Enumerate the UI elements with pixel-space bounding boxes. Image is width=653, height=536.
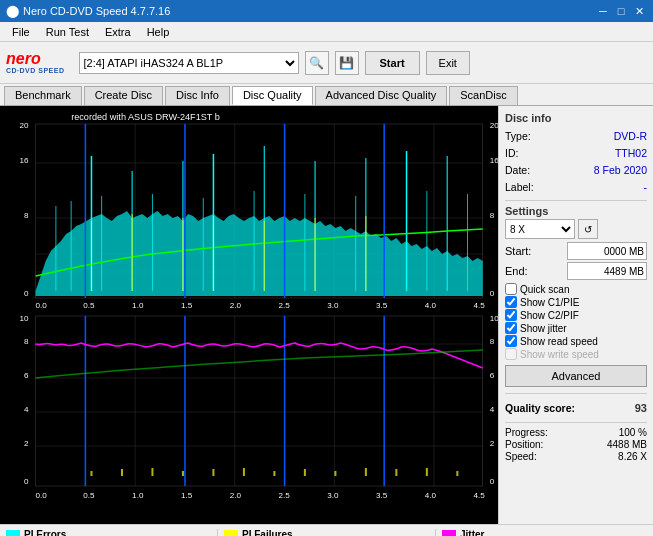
start-field[interactable]: [567, 242, 647, 260]
svg-text:2.0: 2.0: [230, 301, 242, 310]
exit-button[interactable]: Exit: [426, 51, 470, 75]
svg-text:16: 16: [490, 156, 498, 165]
save-button[interactable]: 💾: [335, 51, 359, 75]
svg-text:2: 2: [490, 439, 495, 448]
svg-text:6: 6: [490, 371, 495, 380]
show-c2pif-checkbox[interactable]: [505, 309, 517, 321]
pi-errors-legend: PI Errors: [6, 529, 201, 536]
show-c1pie-checkbox[interactable]: [505, 296, 517, 308]
show-write-speed-label: Show write speed: [520, 349, 599, 360]
end-field-row: End:: [505, 262, 647, 280]
svg-text:20: 20: [19, 121, 29, 130]
end-field[interactable]: [567, 262, 647, 280]
svg-text:0.0: 0.0: [36, 491, 48, 500]
disc-id-row: ID: TTH02: [505, 147, 647, 159]
progress-row: Progress: 100 %: [505, 427, 647, 438]
pi-errors-group: PI Errors Average: 1.50 Maximum: 13 Tota…: [6, 529, 211, 536]
title-bar: ⬤ Nero CD-DVD Speed 4.7.7.16 ─ □ ✕: [0, 0, 653, 22]
app-icon: ⬤: [6, 4, 19, 18]
show-jitter-checkbox[interactable]: [505, 322, 517, 334]
progress-section: Progress: 100 % Position: 4488 MB Speed:…: [505, 422, 647, 463]
show-c1pie-label: Show C1/PIE: [520, 297, 579, 308]
tab-scandisc[interactable]: ScanDisc: [449, 86, 517, 105]
stat-divider-2: [435, 529, 436, 536]
svg-text:2.0: 2.0: [230, 491, 242, 500]
drive-info-button[interactable]: 🔍: [305, 51, 329, 75]
disc-label-label: Label:: [505, 181, 534, 193]
speed-value: 8.26 X: [618, 451, 647, 462]
svg-text:2.5: 2.5: [278, 301, 290, 310]
menu-file[interactable]: File: [4, 24, 38, 40]
show-write-speed-row: Show write speed: [505, 348, 647, 360]
tab-create-disc[interactable]: Create Disc: [84, 86, 163, 105]
svg-text:3.0: 3.0: [327, 301, 339, 310]
advanced-button[interactable]: Advanced: [505, 365, 647, 387]
minimize-button[interactable]: ─: [595, 3, 611, 19]
quality-score-value: 93: [635, 402, 647, 414]
menu-help[interactable]: Help: [139, 24, 178, 40]
tab-benchmark[interactable]: Benchmark: [4, 86, 82, 105]
pi-failures-group: PI Failures Average: 0.00 Maximum: 3 Tot…: [224, 529, 429, 536]
svg-text:10: 10: [490, 314, 498, 323]
nero-logo: nero CD·DVD SPEED: [6, 51, 65, 74]
show-read-speed-checkbox[interactable]: [505, 335, 517, 347]
start-button[interactable]: Start: [365, 51, 420, 75]
svg-text:3.5: 3.5: [376, 301, 388, 310]
svg-text:recorded with ASUS    DRW-24F1: recorded with ASUS DRW-24F1ST b: [71, 112, 220, 122]
pi-failures-legend-label: PI Failures: [242, 529, 293, 536]
position-row: Position: 4488 MB: [505, 439, 647, 450]
maximize-button[interactable]: □: [613, 3, 629, 19]
show-c2pif-row: Show C2/PIF: [505, 309, 647, 321]
nero-brand: nero: [6, 51, 41, 67]
svg-text:10: 10: [19, 314, 29, 323]
speed-select[interactable]: 8 X4 X2 X1 XMaximum: [505, 219, 575, 239]
show-jitter-row: Show jitter: [505, 322, 647, 334]
show-read-speed-label: Show read speed: [520, 336, 598, 347]
menu-extra[interactable]: Extra: [97, 24, 139, 40]
chart-svg: recorded with ASUS DRW-24F1ST b 20 16 8 …: [0, 106, 498, 524]
menu-bar: File Run Test Extra Help: [0, 22, 653, 42]
svg-text:4: 4: [490, 405, 495, 414]
drive-select[interactable]: [2:4] ATAPI iHAS324 A BL1P: [79, 52, 299, 74]
disc-label-row: Label: -: [505, 181, 647, 193]
show-c1pie-row: Show C1/PIE: [505, 296, 647, 308]
svg-text:4: 4: [24, 405, 29, 414]
disc-type-value: DVD-R: [614, 130, 647, 142]
quick-scan-checkbox[interactable]: [505, 283, 517, 295]
svg-text:4.0: 4.0: [425, 301, 437, 310]
disc-id-label: ID:: [505, 147, 518, 159]
disc-date-value: 8 Feb 2020: [594, 164, 647, 176]
title-bar-left: ⬤ Nero CD-DVD Speed 4.7.7.16: [6, 4, 170, 18]
svg-text:4.5: 4.5: [474, 491, 486, 500]
progress-value: 100 %: [619, 427, 647, 438]
svg-text:8: 8: [490, 337, 495, 346]
tab-disc-quality[interactable]: Disc Quality: [232, 86, 313, 105]
svg-text:1.5: 1.5: [181, 301, 193, 310]
tab-bar: Benchmark Create Disc Disc Info Disc Qua…: [0, 84, 653, 106]
tab-advanced-disc-quality[interactable]: Advanced Disc Quality: [315, 86, 448, 105]
svg-text:3.5: 3.5: [376, 491, 388, 500]
quality-score-row: Quality score: 93: [505, 402, 647, 414]
speed-row: Speed: 8.26 X: [505, 451, 647, 462]
start-field-label: Start:: [505, 245, 531, 257]
quality-score-label: Quality score:: [505, 402, 575, 414]
show-write-speed-checkbox: [505, 348, 517, 360]
quick-scan-label: Quick scan: [520, 284, 569, 295]
disc-id-value: TTH02: [615, 147, 647, 159]
close-button[interactable]: ✕: [631, 3, 647, 19]
start-field-row: Start:: [505, 242, 647, 260]
svg-text:0.5: 0.5: [83, 491, 95, 500]
jitter-legend-box: [442, 530, 456, 537]
tab-disc-info[interactable]: Disc Info: [165, 86, 230, 105]
menu-run-test[interactable]: Run Test: [38, 24, 97, 40]
disc-info-title: Disc info: [505, 112, 647, 124]
settings-title: Settings: [505, 205, 647, 217]
position-value: 4488 MB: [607, 439, 647, 450]
svg-text:2: 2: [24, 439, 29, 448]
svg-text:0: 0: [490, 289, 495, 298]
disc-date-label: Date:: [505, 164, 530, 176]
jitter-group: Jitter Average: 8.58 % Maximum: 9.3 % PO…: [442, 529, 647, 536]
disc-date-row: Date: 8 Feb 2020: [505, 164, 647, 176]
refresh-button[interactable]: ↺: [578, 219, 598, 239]
disc-type-row: Type: DVD-R: [505, 130, 647, 142]
